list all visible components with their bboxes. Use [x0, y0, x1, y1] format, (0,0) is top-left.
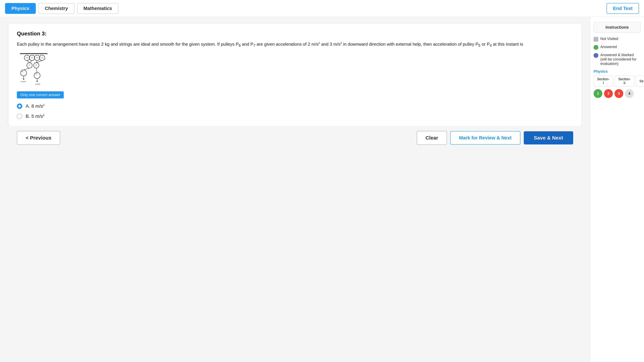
svg-text:2 m/s²: 2 m/s² — [20, 80, 26, 83]
svg-line-24 — [24, 68, 30, 70]
svg-text:P₂: P₂ — [31, 57, 33, 59]
question-title: Question 3: — [17, 30, 573, 37]
legend-dot-green — [594, 45, 598, 50]
question-numbers: 1 2 3 4 — [594, 89, 641, 98]
bottom-bar: < Previous Clear Mark for Review & Next … — [8, 126, 582, 150]
svg-line-31 — [36, 68, 37, 72]
svg-text:P₃: P₃ — [36, 57, 38, 59]
legend-answered: Answered — [594, 45, 641, 50]
previous-button[interactable]: < Previous — [17, 131, 60, 145]
option-a-label: A. 8 m/s2 — [26, 103, 44, 109]
tab-physics[interactable]: Physics — [5, 3, 36, 14]
instructions-button[interactable]: Instructions — [594, 22, 641, 32]
option-b-radio[interactable] — [17, 114, 22, 119]
option-b-label: B. 5 m/s2 — [26, 114, 44, 119]
svg-line-19 — [30, 60, 32, 63]
svg-text:P₇: P₇ — [36, 73, 38, 75]
tab-mathematics[interactable]: Mathematics — [77, 3, 118, 14]
tab-chemistry[interactable]: Chemistry — [38, 3, 74, 14]
options-list: A. 8 m/s2 B. 5 m/s2 — [17, 103, 573, 119]
main-content: Question 3: Each pulley in the arrangeme… — [0, 17, 644, 362]
right-sidebar: Instructions Not Visited Answered Answer… — [590, 17, 644, 362]
save-next-button[interactable]: Save & Next — [524, 131, 573, 144]
legend-answered-marked: Answered & Marked (will be considered fo… — [594, 53, 641, 66]
svg-text:P: P — [29, 64, 30, 66]
svg-text:P₁: P₁ — [26, 57, 28, 59]
end-test-button[interactable]: End Test — [606, 3, 639, 14]
svg-text:3 m/s²: 3 m/s² — [35, 83, 40, 85]
option-b[interactable]: B. 5 m/s2 — [17, 114, 573, 119]
section-tabs: Section-I Section-II Se... — [594, 76, 641, 86]
section-tab-1[interactable]: Section-I — [594, 76, 613, 86]
legend-answered-label: Answered — [600, 45, 617, 49]
section-tab-2[interactable]: Section-II — [615, 76, 634, 86]
q-num-2[interactable]: 2 — [604, 89, 613, 98]
svg-text:P: P — [36, 64, 37, 66]
svg-text:P₄: P₄ — [42, 57, 43, 59]
mark-review-button[interactable]: Mark for Review & Next — [450, 131, 520, 145]
answer-type-badge: Only one correct answer — [17, 91, 64, 98]
svg-line-18 — [27, 60, 30, 63]
q-num-4[interactable]: 4 — [625, 89, 634, 98]
clear-button[interactable]: Clear — [417, 131, 447, 145]
section-physics-label: Physics — [594, 69, 641, 74]
pulley-diagram: P₁ P₂ P₃ P₄ P P — [17, 52, 54, 86]
q-num-3[interactable]: 3 — [614, 89, 623, 98]
question-card: Question 3: Each pulley in the arrangeme… — [8, 24, 582, 126]
question-panel: Question 3: Each pulley in the arrangeme… — [0, 17, 590, 362]
legend-not-visited: Not Visited — [594, 36, 641, 42]
legend-dot-grey — [594, 37, 598, 42]
legend-answered-marked-label: Answered & Marked (will be considered fo… — [600, 53, 641, 66]
option-a[interactable]: A. 8 m/s2 — [17, 103, 573, 109]
option-a-radio[interactable] — [17, 103, 22, 109]
legend-dot-blue-purple — [594, 53, 598, 58]
top-nav: Physics Chemistry Mathematics End Test — [0, 0, 644, 17]
section-tab-3[interactable]: Se... — [636, 76, 644, 86]
q-num-1[interactable]: 1 — [594, 89, 602, 98]
legend-not-visited-label: Not Visited — [600, 36, 618, 41]
svg-text:P₆: P₆ — [22, 71, 24, 72]
question-text: Each pulley in the arrangement have mass… — [17, 41, 573, 48]
